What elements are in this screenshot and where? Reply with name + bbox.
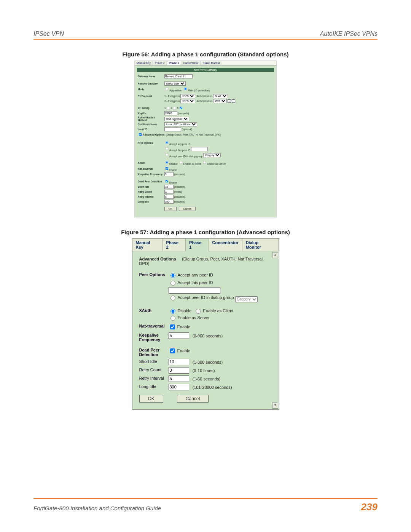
xauth-client-small[interactable] — [179, 161, 182, 164]
peer-this-radio[interactable] — [170, 281, 175, 286]
xauth-label: XAuth — [139, 308, 169, 313]
auth2-select[interactable]: MD5 — [213, 99, 227, 103]
retry-count-label: Retry Count — [139, 367, 169, 372]
tab-phase2[interactable]: Phase 2 — [153, 61, 167, 65]
nat-label: Nat-traversal — [139, 323, 169, 328]
nat-enable-check[interactable] — [170, 324, 175, 329]
retry-count-label-small: Retry Count — [138, 190, 164, 193]
dh2-check[interactable] — [173, 107, 176, 110]
scroll-up-icon[interactable]: ▴ — [272, 252, 278, 258]
auth1-select[interactable]: SHA1 — [213, 94, 228, 98]
header-right: AutoIKE IPSec VPNs — [320, 30, 378, 37]
footer-title: FortiGate-800 Installation and Configura… — [33, 505, 161, 511]
figure57-screenshot: Manual Key Phase 2 Phase 1 Concentrator … — [132, 238, 279, 410]
short-idle-input[interactable] — [169, 359, 189, 365]
peer-this-input[interactable] — [169, 287, 220, 294]
peer-group-select-small[interactable]: Gregory — [203, 153, 221, 157]
enc2-select[interactable]: 3DES — [180, 99, 195, 103]
dpd-enable-check[interactable] — [170, 348, 175, 353]
remove-icon[interactable]: − — [232, 99, 235, 103]
long-idle-input-small[interactable] — [164, 200, 174, 204]
xauth-server-radio[interactable] — [170, 316, 175, 321]
retry-count-input-small[interactable] — [164, 190, 174, 194]
mode-aggressive-radio[interactable] — [166, 88, 169, 91]
retry-interval-label-small: Retry Interval — [138, 195, 164, 198]
retry-count-input[interactable] — [169, 367, 189, 374]
dh1-check[interactable] — [167, 107, 170, 110]
cert-name-select[interactable]: Local_FGT_certificate — [164, 122, 197, 126]
ok-button-small[interactable]: OK — [164, 207, 177, 211]
short-idle-label: Short Idle — [139, 359, 169, 364]
peer-this-radio-small[interactable] — [166, 147, 169, 150]
panel-title: New VPN Gateway — [137, 68, 274, 72]
tabs-small: Manual Key Phase 2 Phase 1 Concentrator … — [135, 61, 276, 66]
short-idle-label-small: Short Idle — [138, 185, 164, 188]
nat-enable-small[interactable] — [166, 167, 169, 170]
xauth-disable-radio[interactable] — [170, 309, 175, 314]
keepalive-input[interactable] — [169, 332, 189, 339]
tab-manual-key-big[interactable]: Manual Key — [132, 239, 163, 251]
keylife-input[interactable] — [164, 111, 177, 115]
tabs-big: Manual Key Phase 2 Phase 1 Concentrator … — [132, 239, 279, 251]
tab-concentrator[interactable]: Concentrator — [181, 61, 201, 65]
peer-group-select[interactable]: Gregory — [235, 296, 258, 302]
mode-main-radio[interactable] — [184, 88, 187, 91]
keylife-label: Keylife: — [138, 112, 164, 115]
short-idle-input-small[interactable] — [164, 185, 174, 189]
adv-options-label: Advanced Options — [143, 133, 164, 136]
adv-options-label-big: Advanced Options — [139, 257, 176, 261]
figure57-caption: Figure 57: Adding a phase 1 configuratio… — [33, 229, 378, 235]
tab-manual-key[interactable]: Manual Key — [135, 61, 153, 65]
long-idle-label: Long Idle — [139, 384, 169, 389]
xauth-label-small: XAuth — [138, 161, 164, 164]
long-idle-input[interactable] — [169, 384, 189, 390]
xauth-disable-small[interactable] — [166, 161, 169, 164]
scroll-down-icon[interactable]: ▾ — [272, 403, 278, 409]
dh5-check[interactable] — [179, 107, 182, 110]
gateway-name-input[interactable] — [164, 74, 193, 78]
cert-name-label: Certificate Name — [138, 123, 164, 126]
dpd-label-small: Dead Peer Detection — [138, 180, 164, 183]
enc1-select[interactable]: 3DES — [180, 94, 195, 98]
keepalive-input-small[interactable] — [164, 172, 174, 176]
peer-this-input-small[interactable] — [191, 147, 208, 151]
xauth-client-radio[interactable] — [196, 309, 201, 314]
dpd-enable-small[interactable] — [166, 180, 169, 183]
add-icon[interactable]: + — [228, 99, 231, 103]
peer-group-radio[interactable] — [170, 296, 175, 300]
xauth-server-small[interactable] — [203, 161, 206, 164]
local-id-label: Local ID — [138, 128, 164, 131]
keepalive-label-small: Keepalive Frequency — [138, 173, 164, 176]
retry-interval-input[interactable] — [169, 375, 189, 382]
tab-concentrator-big[interactable]: Concentrator — [209, 239, 242, 251]
remote-gateway-label: Remote Gateway — [138, 82, 164, 85]
mode-label: Mode — [138, 88, 164, 91]
tab-phase2-big[interactable]: Phase 2 — [163, 239, 186, 251]
cancel-button[interactable]: Cancel — [177, 395, 209, 403]
header-rule — [33, 39, 378, 40]
header-left: IPSec VPN — [33, 30, 64, 37]
dpd-label: Dead Peer Detection — [139, 347, 169, 357]
peer-opts-label: Peer Options — [138, 142, 164, 144]
page-number: 239 — [361, 501, 378, 513]
gateway-name-label: Gateway Name — [138, 75, 164, 78]
footer-rule — [33, 498, 378, 499]
cancel-button-small[interactable]: Cancel — [179, 207, 196, 211]
tab-dialup-monitor-big[interactable]: Dialup Monitor — [242, 239, 279, 251]
tab-dialup-monitor[interactable]: Dialup Monitor — [201, 61, 222, 65]
peer-options-label: Peer Options — [139, 272, 169, 277]
tab-phase1-big[interactable]: Phase 1 — [186, 239, 209, 251]
peer-group-radio-small[interactable] — [166, 153, 169, 157]
tab-phase1[interactable]: Phase 1 — [167, 61, 181, 65]
remote-gateway-select[interactable]: Dialup User — [164, 81, 186, 86]
peer-any-radio[interactable] — [170, 273, 175, 278]
local-id-input[interactable] — [164, 127, 181, 131]
retry-interval-input-small[interactable] — [164, 195, 174, 199]
ok-button[interactable]: OK — [139, 395, 163, 403]
dh-label: DH Group — [138, 107, 164, 109]
auth-method-select[interactable]: RSA Signature — [164, 117, 189, 121]
figure56-screenshot: Manual Key Phase 2 Phase 1 Concentrator … — [134, 61, 277, 217]
peer-any-radio-small[interactable] — [166, 141, 169, 144]
auth-method-label: Authentication Method: — [138, 116, 164, 121]
adv-options-check[interactable] — [139, 133, 142, 136]
